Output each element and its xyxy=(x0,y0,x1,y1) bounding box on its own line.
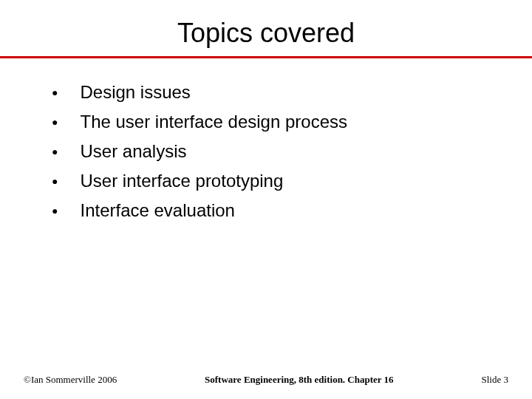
bullet-icon: ● xyxy=(52,170,58,192)
bullet-list: ● Design issues ● The user interface des… xyxy=(52,81,495,224)
footer-copyright: ©Ian Sommerville 2006 xyxy=(24,374,117,386)
bullet-icon: ● xyxy=(52,111,58,133)
list-item: ● User analysis xyxy=(52,140,495,165)
bullet-icon: ● xyxy=(52,200,58,222)
slide-footer: ©Ian Sommerville 2006 Software Engineeri… xyxy=(0,374,532,386)
slide-content: ● Design issues ● The user interface des… xyxy=(0,58,532,224)
bullet-icon: ● xyxy=(52,140,58,163)
bullet-text: User interface prototyping xyxy=(80,169,283,193)
bullet-text: User analysis xyxy=(80,140,186,163)
bullet-text: The user interface design process xyxy=(80,110,347,134)
bullet-text: Design issues xyxy=(80,81,190,104)
list-item: ● Interface evaluation xyxy=(52,199,495,224)
footer-slide-number: Slide 3 xyxy=(482,374,508,386)
list-item: ● User interface prototyping xyxy=(52,169,495,194)
slide-title: Topics covered xyxy=(0,0,532,56)
bullet-text: Interface evaluation xyxy=(80,199,234,222)
bullet-icon: ● xyxy=(52,81,58,103)
list-item: ● Design issues xyxy=(52,81,495,106)
footer-book-title: Software Engineering, 8th edition. Chapt… xyxy=(205,374,394,386)
list-item: ● The user interface design process xyxy=(52,110,495,135)
